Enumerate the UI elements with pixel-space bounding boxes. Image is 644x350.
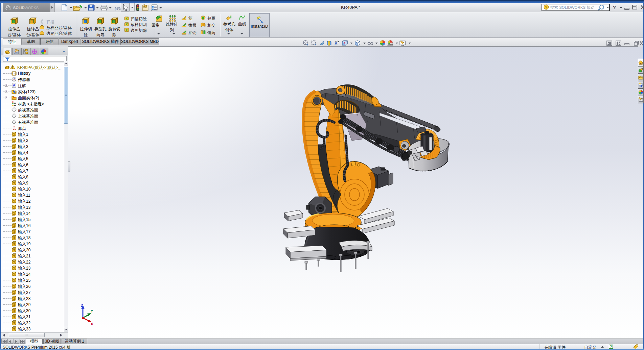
svg-text:SOLIDWORKS: SOLIDWORKS [13, 6, 39, 10]
svg-text:Y: Y [91, 309, 93, 313]
svg-text:Z: Z [81, 303, 83, 307]
svg-text:A: A [335, 41, 338, 46]
svg-text:搜索 SOLIDWORKS 帮助: 搜索 SOLIDWORKS 帮助 [550, 5, 594, 9]
svg-text:A: A [13, 83, 15, 87]
svg-text:?: ? [545, 5, 548, 9]
svg-text:?: ? [613, 4, 616, 10]
svg-text:X: X [91, 322, 93, 326]
